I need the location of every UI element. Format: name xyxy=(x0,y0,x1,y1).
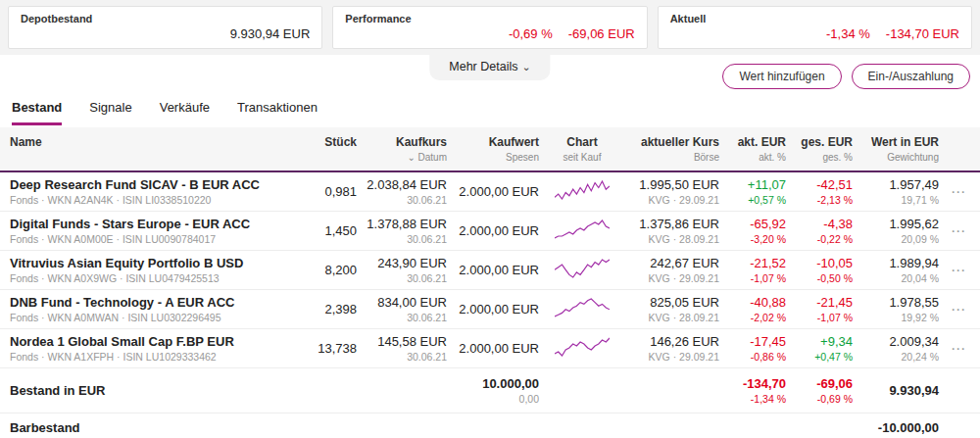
gewichtung-value: 20,24 % xyxy=(860,351,939,363)
more-details-button[interactable]: Mehr Details⌄ xyxy=(429,55,550,80)
kurs-value: 825,05 EUR xyxy=(625,295,719,310)
position-name[interactable]: Nordea 1 Global Small Cap F.BP EUR xyxy=(10,334,298,349)
summary-card-depotbestand: Depotbestand 9.930,94 EUR xyxy=(8,6,322,49)
tab-transaktionen[interactable]: Transaktionen xyxy=(237,100,318,125)
sparkline-chart xyxy=(555,297,610,318)
kurs-meta: KVG · 28.09.21 xyxy=(625,312,719,323)
aktuell-value: -134,70 EUR xyxy=(886,26,959,41)
row-menu-button[interactable]: ⋯ xyxy=(947,301,970,318)
position-name[interactable]: Deep Research Fund SICAV - B EUR ACC xyxy=(10,177,298,192)
akt-pct-value: -3,20 % xyxy=(727,233,786,245)
kurs-value: 242,67 EUR xyxy=(625,256,719,270)
position-meta: Fonds · WKN A0MWAN · ISIN LU0302296495 xyxy=(10,312,298,323)
akt-pct-value: -0,86 % xyxy=(727,351,786,363)
table-row: Nordea 1 Global Small Cap F.BP EUR Fonds… xyxy=(0,329,980,368)
kaufwert-value: 2.000,00 EUR xyxy=(455,223,539,238)
sparkline-cell xyxy=(547,179,617,204)
ges-pct-value: -0,50 % xyxy=(794,272,853,284)
depotbestand-value: 9.930,94 EUR xyxy=(230,26,311,41)
stueck-cell: 13,738 xyxy=(306,341,357,356)
wert-cell: 1.989,94 20,04 % xyxy=(860,256,939,284)
position-name[interactable]: DNB Fund - Technology - A EUR ACC xyxy=(10,295,298,310)
col-header-chart: Chart seit Kauf xyxy=(547,135,617,163)
col-header-ges-eur[interactable]: ges. EUR ges. % xyxy=(794,135,853,163)
ellipsis-icon: ⋯ xyxy=(951,222,966,239)
col-header-kaufwert[interactable]: Kaufwert Spesen xyxy=(455,135,539,163)
position-name-cell: Vitruvius Asian Equity Portfolio B USD F… xyxy=(10,256,298,284)
kaufwert-cell: 2.000,00 EUR xyxy=(455,302,539,316)
position-name-cell: DNB Fund - Technology - A EUR ACC Fonds … xyxy=(10,295,298,323)
bestand-label: Bestand in EUR xyxy=(10,383,298,398)
kaufwert-cell: 2.000,00 EUR xyxy=(455,341,539,356)
col-header-stueck[interactable]: Stück xyxy=(306,135,357,149)
kaufkurs-cell: 834,00 EUR 30.06.21 xyxy=(365,295,447,323)
kaufwert-value: 2.000,00 EUR xyxy=(455,302,539,316)
row-menu-button[interactable]: ⋯ xyxy=(947,222,970,240)
ges-pct-value: +0,47 % xyxy=(794,351,853,363)
kurs-meta: KVG · 29.09.21 xyxy=(625,272,719,284)
ellipsis-icon: ⋯ xyxy=(951,183,966,200)
tab-signale[interactable]: Signale xyxy=(89,100,131,125)
bestand-kaufwert-cell: 10.000,00 0,00 xyxy=(455,376,539,405)
ges-eur-cell: -4,38 -0,22 % xyxy=(794,217,853,245)
akt-eur-cell: +11,07 +0,57 % xyxy=(727,177,786,206)
tab-bar: Bestand Signale Verkäufe Transaktionen xyxy=(0,94,980,125)
kaufkurs-value: 2.038,84 EUR xyxy=(365,177,447,192)
akt-eur-cell: -40,88 -2,02 % xyxy=(727,295,786,323)
position-name-cell: Nordea 1 Global Small Cap F.BP EUR Fonds… xyxy=(10,334,298,363)
totals-row-barbestand: Barbestand -10.000,00 xyxy=(0,414,980,438)
row-menu-button[interactable]: ⋯ xyxy=(947,262,970,279)
kaufwert-value: 2.000,00 EUR xyxy=(455,263,539,277)
wert-value: 1.957,49 xyxy=(860,177,939,192)
more-details-label: Mehr Details xyxy=(449,60,517,73)
wert-cell: 1.957,49 19,71 % xyxy=(860,177,939,206)
kaufkurs-cell: 243,90 EUR 30.06.21 xyxy=(365,256,447,284)
kurs-value: 146,26 EUR xyxy=(625,334,719,349)
col-header-akt-eur[interactable]: akt. EUR akt. % xyxy=(727,135,786,163)
table-row: Deep Research Fund SICAV - B EUR ACC Fon… xyxy=(0,172,980,212)
table-row: Digital Funds - Stars Europe - EUR ACC F… xyxy=(0,212,980,251)
kaufdatum-value: 30.06.21 xyxy=(365,272,447,284)
deposit-withdrawal-button[interactable]: Ein-/Auszahlung xyxy=(852,64,970,89)
add-value-button[interactable]: Wert hinzufügen xyxy=(722,64,841,89)
kaufwert-value: 2.000,00 EUR xyxy=(455,184,539,199)
akt-eur-value: -40,88 xyxy=(727,295,786,310)
position-meta: Fonds · WKN A2AN4K · ISIN LI0338510220 xyxy=(10,194,298,206)
col-header-aktueller-kurs[interactable]: aktueller Kurs Börse xyxy=(625,135,719,163)
col-header-kaufkurs[interactable]: Kaufkurs ⌄ Datum xyxy=(365,135,447,163)
kaufdatum-value: 30.06.21 xyxy=(365,351,447,363)
wert-value: 1.989,94 xyxy=(860,256,939,270)
akt-pct-value: -1,07 % xyxy=(727,272,786,284)
row-menu-button[interactable]: ⋯ xyxy=(947,183,970,201)
kurs-meta: KVG · 29.09.21 xyxy=(625,194,719,206)
sparkline-chart xyxy=(555,219,610,240)
akt-eur-cell: -17,45 -0,86 % xyxy=(727,334,786,363)
sort-indicator-datum[interactable]: ⌄ Datum xyxy=(365,152,447,163)
tab-bestand[interactable]: Bestand xyxy=(12,100,62,125)
tab-verkaeufe[interactable]: Verkäufe xyxy=(160,100,210,125)
col-header-wert-in-eur[interactable]: Wert in EUR Gewichtung xyxy=(860,135,939,163)
ges-eur-cell: +9,34 +0,47 % xyxy=(794,334,853,363)
depotbestand-label: Depotbestand xyxy=(21,13,310,24)
aktuell-label: Aktuell xyxy=(670,13,959,24)
kaufkurs-value: 145,58 EUR xyxy=(365,334,447,349)
ges-pct-value: -1,07 % xyxy=(794,312,853,323)
akt-pct-value: +0,57 % xyxy=(727,194,786,206)
bestand-akt-cell: -134,70 -1,34 % xyxy=(727,376,786,405)
akt-pct-value: -2,02 % xyxy=(727,312,786,323)
position-name[interactable]: Digital Funds - Stars Europe - EUR ACC xyxy=(10,217,298,231)
totals-row-bestand: Bestand in EUR 10.000,00 0,00 -134,70 -1… xyxy=(0,368,980,414)
akt-eur-cell: -21,52 -1,07 % xyxy=(727,256,786,284)
summary-card-performance: Performance -0,69 % -69,06 EUR xyxy=(332,6,647,49)
position-name[interactable]: Vitruvius Asian Equity Portfolio B USD xyxy=(10,256,298,270)
col-header-name[interactable]: Name xyxy=(10,135,298,149)
performance-percent: -0,69 % xyxy=(509,26,553,41)
kurs-meta: KVG · 29.09.21 xyxy=(625,351,719,363)
row-menu-button[interactable]: ⋯ xyxy=(947,340,970,358)
kaufkurs-value: 1.378,88 EUR xyxy=(365,217,447,231)
gewichtung-value: 19,71 % xyxy=(860,194,939,206)
stueck-value: 8,200 xyxy=(306,263,357,277)
gewichtung-value: 20,04 % xyxy=(860,272,939,284)
kaufkurs-cell: 2.038,84 EUR 30.06.21 xyxy=(365,177,447,206)
table-body: Deep Research Fund SICAV - B EUR ACC Fon… xyxy=(0,172,980,368)
